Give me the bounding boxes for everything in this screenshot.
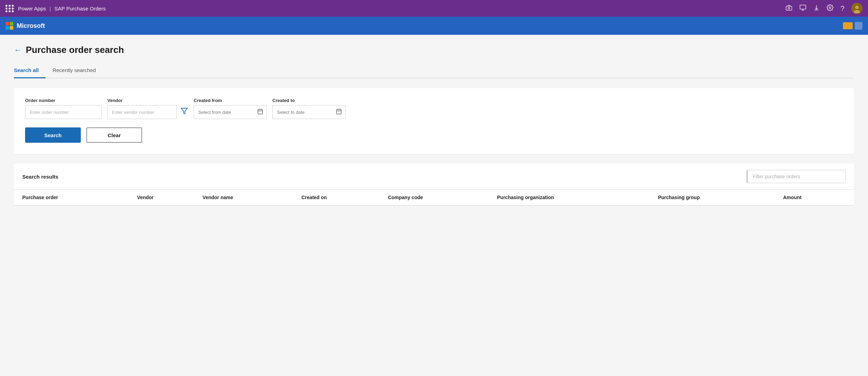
results-section: Search results Purchase order Vendor Ven… — [14, 164, 854, 205]
order-number-group: Order number — [25, 98, 102, 119]
search-form: Order number Vendor Created — [14, 88, 854, 154]
created-from-group: Created from — [194, 98, 267, 119]
col-purchase-order: Purchase order — [14, 190, 132, 205]
top-nav-left: Power Apps | SAP Purchase Orders — [6, 5, 106, 12]
svg-point-3 — [829, 7, 831, 8]
ms-bar-icon2[interactable] — [855, 22, 862, 30]
svg-point-1 — [788, 7, 790, 9]
svg-rect-2 — [800, 5, 806, 9]
title-separator: | — [49, 6, 51, 11]
settings-icon[interactable] — [827, 4, 834, 13]
col-amount: Amount — [777, 190, 854, 205]
ms-yellow-square — [10, 26, 13, 30]
top-nav-right: ? — [785, 3, 862, 14]
results-header: Search results — [14, 164, 854, 190]
page-title: Purchase order search — [26, 45, 124, 55]
avatar[interactable] — [851, 3, 862, 14]
ms-bar-right — [843, 22, 862, 30]
col-vendor-name: Vendor name — [197, 190, 296, 205]
back-arrow-icon[interactable]: ← — [14, 46, 22, 55]
ms-red-square — [6, 22, 9, 25]
tabs-bar: Search all Recently searched — [14, 64, 854, 78]
ms-blue-square — [6, 26, 9, 30]
results-title: Search results — [22, 174, 58, 180]
microsoft-logo[interactable]: Microsoft — [6, 22, 45, 30]
filter-icon[interactable] — [180, 107, 188, 117]
created-from-input[interactable] — [194, 105, 267, 119]
ms-logo-grid — [6, 22, 13, 30]
page-header: ← Purchase order search — [14, 45, 854, 55]
created-from-input-wrapper — [194, 105, 267, 119]
table-header-row: Purchase order Vendor Vendor name Create… — [14, 190, 854, 205]
col-purchasing-organization: Purchasing organization — [491, 190, 652, 205]
screen-icon[interactable] — [799, 4, 806, 13]
tab-recently-searched[interactable]: Recently searched — [51, 64, 103, 78]
download-icon[interactable] — [813, 5, 820, 13]
svg-point-5 — [855, 6, 859, 9]
results-table: Purchase order Vendor Vendor name Create… — [14, 190, 854, 205]
tab-search-all[interactable]: Search all — [14, 64, 46, 78]
microsoft-bar: Microsoft — [0, 17, 868, 35]
clear-button[interactable]: Clear — [86, 127, 142, 143]
col-company-code: Company code — [382, 190, 491, 205]
search-button[interactable]: Search — [25, 127, 81, 143]
form-fields-row: Order number Vendor Created — [25, 98, 843, 119]
created-to-label: Created to — [272, 98, 346, 103]
svg-rect-0 — [786, 6, 792, 10]
created-to-input-wrapper — [272, 105, 346, 119]
ms-bar-icon1[interactable] — [843, 22, 853, 29]
created-to-group: Created to — [272, 98, 346, 119]
col-vendor: Vendor — [132, 190, 197, 205]
microsoft-label: Microsoft — [17, 22, 45, 30]
power-apps-label: Power Apps — [18, 6, 46, 11]
vendor-label: Vendor — [107, 98, 188, 103]
ms-green-square — [10, 22, 13, 25]
svg-marker-7 — [181, 108, 187, 114]
help-icon[interactable]: ? — [840, 5, 844, 13]
col-purchasing-group: Purchasing group — [652, 190, 777, 205]
table-header: Purchase order Vendor Vendor name Create… — [14, 190, 854, 205]
button-row: Search Clear — [25, 127, 843, 143]
created-from-label: Created from — [194, 98, 267, 103]
filter-po-input[interactable] — [748, 170, 845, 183]
top-nav: Power Apps | SAP Purchase Orders — [0, 0, 868, 17]
filter-po-wrapper — [746, 170, 846, 183]
vendor-group: Vendor — [107, 98, 188, 119]
order-number-input[interactable] — [25, 105, 102, 119]
app-subtitle: SAP Purchase Orders — [54, 6, 106, 11]
created-to-input[interactable] — [272, 105, 346, 119]
col-created-on: Created on — [296, 190, 382, 205]
vendor-input[interactable] — [107, 105, 177, 119]
apps-grid-icon[interactable] — [6, 5, 14, 12]
camera-icon[interactable] — [785, 4, 792, 13]
main-content: ← Purchase order search Search all Recen… — [0, 35, 868, 376]
order-number-label: Order number — [25, 98, 102, 103]
app-title: Power Apps | SAP Purchase Orders — [18, 6, 106, 11]
